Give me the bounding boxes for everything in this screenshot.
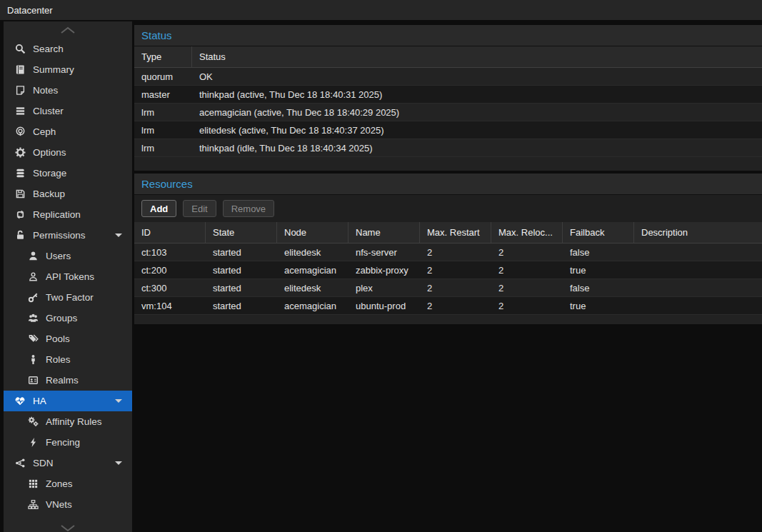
status-panel: Status Type Status quorum OK master thin… xyxy=(134,25,762,171)
sidebar-item-storage[interactable]: Storage xyxy=(4,163,132,184)
remove-button[interactable]: Remove xyxy=(223,200,274,217)
user-outline-icon xyxy=(26,271,39,282)
cell-node: elitedesk xyxy=(277,283,349,293)
sidebar-item-notes[interactable]: Notes xyxy=(4,80,132,101)
cell-state: started xyxy=(206,247,277,258)
cell-type: master xyxy=(134,89,192,100)
resources-toolbar: Add Edit Remove xyxy=(134,195,762,222)
column-header-node[interactable]: Node xyxy=(277,222,349,243)
sidebar-item-vnets[interactable]: VNets xyxy=(4,494,132,515)
sidebar-item-label: Pools xyxy=(46,333,70,344)
add-button[interactable]: Add xyxy=(141,200,176,217)
cell-state: started xyxy=(206,265,277,276)
column-header-name[interactable]: Name xyxy=(349,222,420,243)
table-row[interactable]: ct:103 started elitedesk nfs-server 2 2 … xyxy=(134,244,762,261)
cell-max-relocate: 2 xyxy=(491,247,563,258)
table-row[interactable]: quorum OK xyxy=(134,68,762,86)
column-header-max-relocate[interactable]: Max. Reloc... xyxy=(491,222,563,243)
column-header-status[interactable]: Status xyxy=(192,46,762,67)
sidebar-item-groups[interactable]: Groups xyxy=(4,308,132,328)
cell-type: quorum xyxy=(134,71,192,82)
edit-button[interactable]: Edit xyxy=(183,200,216,217)
unlock-icon xyxy=(14,230,26,241)
note-icon xyxy=(14,85,26,96)
cell-status: thinkpad (idle, Thu Dec 18 18:40:34 2025… xyxy=(192,143,762,154)
column-header-description[interactable]: Description xyxy=(634,222,762,243)
cell-failback: false xyxy=(563,247,634,258)
users-icon xyxy=(26,313,39,323)
cell-failback: true xyxy=(563,301,634,311)
sidebar-item-sdn[interactable]: SDN xyxy=(4,453,132,473)
replication-icon xyxy=(14,209,26,220)
table-row[interactable]: lrm thinkpad (idle, Thu Dec 18 18:40:34 … xyxy=(134,139,762,157)
sidebar-item-options[interactable]: Options xyxy=(4,142,132,163)
sidebar-item-roles[interactable]: Roles xyxy=(4,349,132,370)
cell-type: lrm xyxy=(134,125,192,136)
collapse-caret-icon[interactable] xyxy=(115,234,122,237)
cell-max-restart: 2 xyxy=(420,301,491,311)
cell-name: plex xyxy=(349,283,420,293)
table-row[interactable]: lrm acemagician (active, Thu Dec 18 18:4… xyxy=(134,104,762,121)
cell-id: ct:200 xyxy=(134,265,206,276)
sidebar-item-ha[interactable]: HA xyxy=(4,391,132,411)
cell-failback: false xyxy=(563,283,634,293)
sidebar-item-replication[interactable]: Replication xyxy=(4,204,132,225)
collapse-caret-icon[interactable] xyxy=(115,461,122,465)
sidebar-item-label: SDN xyxy=(33,458,54,468)
sidebar-item-realms[interactable]: Realms xyxy=(4,370,132,391)
sidebar-item-pools[interactable]: Pools xyxy=(4,328,132,349)
table-row[interactable]: ct:200 started acemagician zabbix-proxy … xyxy=(134,261,762,279)
collapse-caret-icon[interactable] xyxy=(115,399,122,403)
sidebar-scroll-down[interactable] xyxy=(4,519,132,532)
sidebar-item-ceph[interactable]: Ceph xyxy=(4,121,132,142)
sidebar-item-api-tokens[interactable]: API Tokens xyxy=(4,266,132,287)
sidebar: Search Summary Notes Cluster Ceph Option… xyxy=(4,21,132,532)
column-header-state[interactable]: State xyxy=(206,222,277,243)
network-icon xyxy=(14,458,26,468)
cell-name: ubuntu-prod xyxy=(349,301,420,311)
sidebar-item-fencing[interactable]: Fencing xyxy=(4,432,132,453)
column-header-type[interactable]: Type xyxy=(134,46,192,67)
sidebar-item-two-factor[interactable]: Two Factor xyxy=(4,287,132,308)
gear-icon xyxy=(14,147,26,158)
cell-max-restart: 2 xyxy=(420,265,491,276)
sidebar-item-label: Roles xyxy=(46,354,71,365)
table-row[interactable]: master thinkpad (active, Thu Dec 18 18:4… xyxy=(134,86,762,104)
sidebar-item-permissions[interactable]: Permissions xyxy=(4,225,132,246)
table-row[interactable]: lrm elitedesk (active, Thu Dec 18 18:40:… xyxy=(134,121,762,139)
sidebar-item-label: Summary xyxy=(33,64,74,75)
sidebar-item-label: Groups xyxy=(46,313,77,323)
cell-max-relocate: 2 xyxy=(491,301,563,311)
sidebar-item-affinity-rules[interactable]: Affinity Rules xyxy=(4,411,132,432)
column-header-id[interactable]: ID xyxy=(134,222,206,243)
main-content: Status Type Status quorum OK master thin… xyxy=(134,25,762,324)
person-icon xyxy=(26,354,39,365)
sidebar-item-label: Backup xyxy=(33,189,65,199)
sidebar-item-cluster[interactable]: Cluster xyxy=(4,101,132,121)
cell-id: ct:103 xyxy=(134,247,206,258)
column-header-failback[interactable]: Failback xyxy=(563,222,634,243)
cell-status: elitedesk (active, Thu Dec 18 18:40:37 2… xyxy=(192,125,762,136)
sidebar-item-zones[interactable]: Zones xyxy=(4,473,132,494)
column-header-max-restart[interactable]: Max. Restart xyxy=(420,222,491,243)
resources-panel-header: Resources xyxy=(134,174,762,195)
sidebar-item-search[interactable]: Search xyxy=(4,39,132,59)
sidebar-item-label: Affinity Rules xyxy=(46,416,102,427)
key-icon xyxy=(26,292,39,303)
top-bar: Datacenter xyxy=(0,0,762,21)
table-row[interactable]: vm:104 started acemagician ubuntu-prod 2… xyxy=(134,297,762,315)
sidebar-scroll-up[interactable] xyxy=(4,21,132,39)
cell-state: started xyxy=(206,301,277,311)
empty-table-area xyxy=(134,157,762,171)
sidebar-item-label: Search xyxy=(33,44,64,54)
sidebar-item-summary[interactable]: Summary xyxy=(4,59,132,80)
sidebar-item-label: HA xyxy=(33,396,46,406)
sidebar-item-label: Two Factor xyxy=(46,292,94,303)
sidebar-item-label: Realms xyxy=(46,375,79,386)
cell-name: zabbix-proxy xyxy=(349,265,420,276)
sidebar-item-users[interactable]: Users xyxy=(4,246,132,266)
chevron-up-icon xyxy=(60,26,76,34)
table-row[interactable]: ct:300 started elitedesk plex 2 2 false xyxy=(134,279,762,297)
cell-state: started xyxy=(206,283,277,293)
sidebar-item-backup[interactable]: Backup xyxy=(4,184,132,204)
